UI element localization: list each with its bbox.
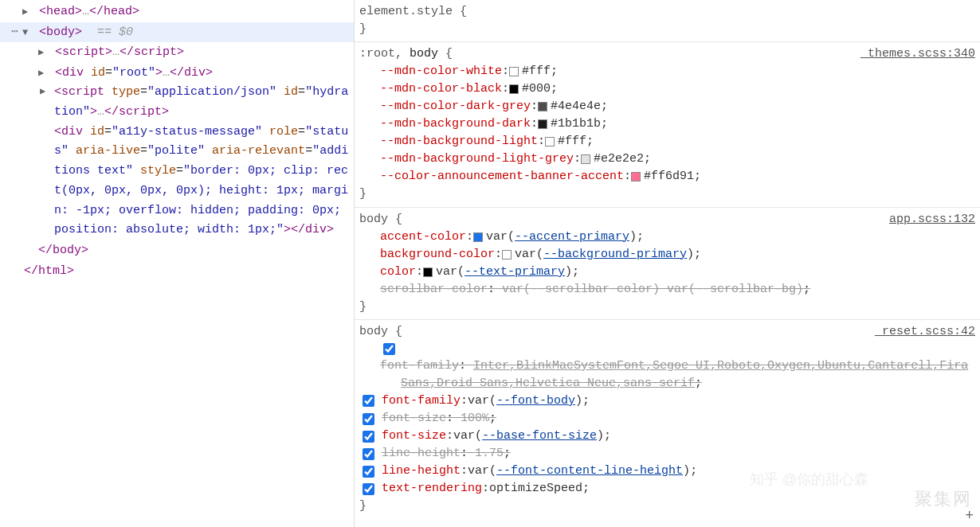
selector-text[interactable]: body: [359, 325, 388, 338]
property-name[interactable]: line-height: [382, 447, 461, 460]
expand-arrow-icon[interactable]: [38, 65, 48, 81]
css-property[interactable]: color: var(--text-primary);: [359, 264, 975, 281]
css-property[interactable]: --mdn-background-light-grey: #e2e2e2;: [359, 150, 975, 168]
color-swatch-icon[interactable]: [502, 250, 512, 260]
dom-node-head[interactable]: <head>…</head>: [0, 2, 354, 22]
selector-text[interactable]: element.style: [359, 5, 453, 18]
dom-node-div-root[interactable]: <div id="root">…</div>: [0, 63, 354, 84]
css-property[interactable]: line-height: var(--font-content-line-hei…: [359, 463, 975, 480]
style-rule-reset[interactable]: _reset.scss:42 body { font-family: Inter…: [355, 320, 980, 518]
style-rule-element[interactable]: element.style { }: [355, 0, 980, 42]
style-rule-root[interactable]: _themes.scss:340 :root, body { --mdn-col…: [355, 42, 980, 207]
property-value[interactable]: 100%: [461, 412, 489, 425]
color-swatch-icon[interactable]: [423, 267, 433, 277]
source-link[interactable]: _themes.scss:340: [860, 45, 975, 63]
selected-hint: == $0: [89, 25, 133, 39]
css-property[interactable]: font-size: 100%;: [359, 410, 975, 427]
styles-panel[interactable]: element.style { } _themes.scss:340 :root…: [355, 0, 980, 527]
expand-arrow-icon[interactable]: [22, 4, 32, 20]
property-value[interactable]: #fff: [558, 133, 586, 150]
color-swatch-icon[interactable]: [631, 172, 641, 182]
css-property[interactable]: accent-color: var(--accent-primary);: [359, 228, 975, 246]
property-name[interactable]: color: [380, 264, 416, 281]
property-name[interactable]: font-size: [382, 412, 446, 425]
property-value[interactable]: #000: [522, 80, 551, 98]
property-value[interactable]: optimizeSpeed: [489, 480, 582, 498]
collapse-arrow-icon[interactable]: [22, 25, 32, 41]
style-rule-app[interactable]: app.scss:132 body { accent-color: var(--…: [355, 208, 980, 320]
property-value[interactable]: #fff: [522, 63, 551, 80]
color-swatch-icon[interactable]: [538, 119, 547, 129]
selector-text[interactable]: body: [359, 213, 388, 226]
property-toggle-checkbox[interactable]: [363, 431, 374, 443]
selector-text[interactable]: :root, body: [359, 47, 438, 61]
property-name[interactable]: line-height: [382, 463, 461, 480]
property-value[interactable]: var(--scrollbar-color) var(--scrollbar-b…: [502, 283, 803, 296]
css-property[interactable]: scrollbar-color: var(--scrollbar-color) …: [359, 281, 975, 299]
css-property[interactable]: font-family: var(--font-body);: [359, 392, 975, 410]
css-property[interactable]: background-color: var(--background-prima…: [359, 246, 975, 264]
property-value[interactable]: Inter,BlinkMacSystemFont,Segoe UI,Roboto…: [401, 359, 968, 390]
color-swatch-icon[interactable]: [509, 84, 519, 94]
color-swatch-icon[interactable]: [545, 137, 555, 146]
property-name[interactable]: background-color: [380, 246, 495, 264]
property-toggle-checkbox[interactable]: [363, 395, 374, 407]
source-link[interactable]: _reset.scss:42: [875, 323, 975, 341]
overflow-menu-icon[interactable]: ⋯: [11, 22, 18, 43]
property-name[interactable]: --mdn-color-black: [380, 80, 502, 98]
property-value[interactable]: #1b1b1b: [551, 115, 601, 133]
property-name[interactable]: --mdn-color-white: [380, 63, 502, 80]
color-swatch-icon[interactable]: [538, 102, 547, 111]
color-swatch-icon[interactable]: [473, 232, 483, 242]
property-value[interactable]: var(--text-primary): [436, 264, 572, 281]
property-value[interactable]: #e2e2e2: [594, 150, 644, 168]
css-property[interactable]: font-size: var(--base-font-size);: [359, 427, 975, 445]
color-swatch-icon[interactable]: [581, 154, 590, 164]
property-value[interactable]: var(--font-content-line-height): [468, 463, 690, 480]
property-value[interactable]: var(--font-body): [468, 392, 582, 410]
property-name[interactable]: --mdn-background-dark: [380, 115, 531, 133]
property-value[interactable]: 1.75: [475, 447, 504, 460]
property-name[interactable]: --mdn-color-dark-grey: [380, 98, 531, 115]
css-property[interactable]: font-family: Inter,BlinkMacSystemFont,Se…: [359, 341, 975, 392]
source-link[interactable]: app.scss:132: [889, 211, 975, 228]
dom-node-body-selected[interactable]: ⋯ <body> == $0: [0, 22, 354, 43]
color-swatch-icon[interactable]: [509, 67, 519, 76]
css-property[interactable]: --mdn-color-dark-grey: #4e4e4e;: [359, 98, 975, 115]
property-name[interactable]: scrollbar-color: [380, 283, 488, 296]
dom-node-body-close[interactable]: </body>: [0, 240, 354, 261]
add-rule-button[interactable]: +: [965, 508, 974, 524]
property-name[interactable]: text-rendering: [382, 480, 482, 498]
elements-panel[interactable]: <head>…</head> ⋯ <body> == $0 <script>…<…: [0, 0, 355, 527]
property-toggle-checkbox[interactable]: [383, 343, 395, 355]
property-value[interactable]: var(--accent-primary): [486, 228, 637, 246]
property-name[interactable]: font-size: [382, 427, 446, 445]
css-property[interactable]: --mdn-color-black: #000;: [359, 80, 975, 98]
property-value[interactable]: #4e4e4e: [551, 98, 601, 115]
property-name[interactable]: --color-announcement-banner-accent: [380, 168, 624, 185]
dom-node-div-a11y[interactable]: <div id="a11y-status-message" role="stat…: [0, 123, 354, 241]
property-toggle-checkbox[interactable]: [363, 483, 374, 495]
css-property[interactable]: --mdn-background-dark: #1b1b1b;: [359, 115, 975, 133]
property-toggle-checkbox[interactable]: [363, 413, 374, 425]
property-name[interactable]: accent-color: [380, 228, 466, 246]
css-property[interactable]: line-height: 1.75;: [359, 445, 975, 463]
property-name[interactable]: --mdn-background-light-grey: [380, 150, 574, 168]
property-toggle-checkbox[interactable]: [363, 466, 374, 478]
property-name[interactable]: font-family: [380, 359, 459, 373]
expand-arrow-icon[interactable]: [38, 45, 48, 61]
css-property[interactable]: --mdn-color-white: #fff;: [359, 63, 975, 80]
css-property[interactable]: text-rendering: optimizeSpeed;: [359, 480, 975, 498]
dom-node-html-close[interactable]: </html>: [0, 261, 354, 282]
dom-node-script-hydration[interactable]: <script type="application/json" id="hydr…: [0, 83, 354, 123]
expand-arrow-icon[interactable]: [40, 84, 49, 100]
property-value[interactable]: var(--base-font-size): [453, 427, 604, 445]
css-property[interactable]: --mdn-background-light: #fff;: [359, 133, 975, 150]
property-toggle-checkbox[interactable]: [363, 448, 374, 460]
dom-node-script[interactable]: <script>…</script>: [0, 42, 354, 63]
css-property[interactable]: --color-announcement-banner-accent: #ff6…: [359, 168, 975, 185]
property-name[interactable]: --mdn-background-light: [380, 133, 538, 150]
property-value[interactable]: #ff6d91: [644, 168, 694, 185]
property-name[interactable]: font-family: [382, 392, 461, 410]
property-value[interactable]: var(--background-primary): [515, 246, 694, 264]
